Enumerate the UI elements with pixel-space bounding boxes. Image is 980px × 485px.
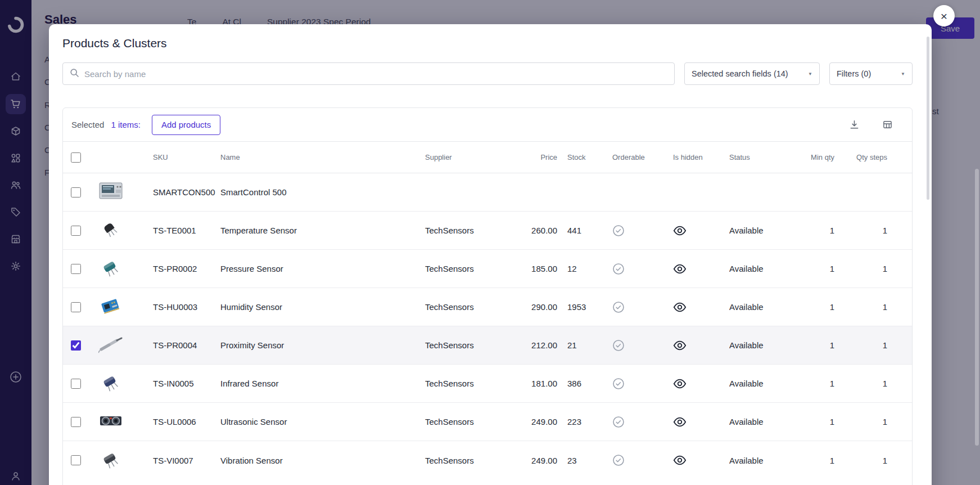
orderable-check-icon <box>608 301 669 313</box>
status-cell: Available <box>729 264 788 273</box>
stock-cell: 12 <box>557 264 608 273</box>
table-row: TS-PR0002 Pressure Sensor TechSensors 18… <box>63 250 912 288</box>
product-thumbnail <box>98 373 123 394</box>
table-header-row: SKU Name Supplier Price Stock Orderable … <box>63 142 912 173</box>
supplier-cell: TechSensors <box>425 456 504 465</box>
selected-label: Selected <box>71 120 104 129</box>
product-thumbnail <box>98 297 123 317</box>
sku-cell: TS-TE0001 <box>153 226 220 235</box>
price-cell: 185.00 <box>504 264 557 273</box>
table-row: TS-TE0001 Temperature Sensor TechSensors… <box>63 212 912 250</box>
search-fields-dropdown[interactable]: Selected search fields (14) ▼ <box>684 62 820 85</box>
row-checkbox[interactable] <box>71 187 81 197</box>
page-scrollbar[interactable] <box>975 169 979 446</box>
name-cell: Ultrasonic Sensor <box>220 417 425 426</box>
table-row: TS-UL0006 Ultrasonic Sensor TechSensors … <box>63 403 912 441</box>
search-box[interactable] <box>62 62 675 85</box>
modal-scrollbar[interactable] <box>927 37 929 200</box>
close-icon[interactable]: × <box>933 5 955 26</box>
is-hidden-eye-icon[interactable] <box>669 417 729 427</box>
is-hidden-eye-icon[interactable] <box>669 340 729 351</box>
qty-steps-cell: 1 <box>834 340 887 350</box>
search-input[interactable] <box>84 69 674 79</box>
orderable-check-icon <box>608 454 669 466</box>
column-header: Supplier <box>425 153 504 161</box>
row-checkbox[interactable] <box>71 302 81 312</box>
qty-steps-cell: 1 <box>834 456 887 465</box>
row-checkbox[interactable] <box>71 226 81 236</box>
search-icon <box>70 68 79 80</box>
filters-dropdown-label: Filters (0) <box>837 69 871 78</box>
sku-cell: TS-VI0007 <box>153 456 220 465</box>
qty-steps-cell: 1 <box>834 264 887 273</box>
qty-steps-cell: 1 <box>834 226 887 235</box>
price-cell: 249.00 <box>504 417 557 426</box>
add-products-button[interactable]: Add products <box>152 115 220 135</box>
table-row: TS-IN0005 Infrared Sensor TechSensors 18… <box>63 365 912 403</box>
min-qty-cell: 1 <box>788 340 834 350</box>
supplier-cell: TechSensors <box>425 340 504 350</box>
product-thumbnail <box>98 450 123 471</box>
orderable-check-icon <box>608 416 669 428</box>
qty-steps-cell: 1 <box>834 302 887 312</box>
products-table: Selected 1 items: Add products SKU Name … <box>62 107 913 485</box>
sku-cell: SMARTCON500 <box>153 187 220 197</box>
orderable-check-icon <box>608 339 669 352</box>
column-header: Is hidden <box>669 153 729 161</box>
price-cell: 212.00 <box>504 340 557 350</box>
product-thumbnail <box>98 220 123 241</box>
sku-cell: TS-UL0006 <box>153 417 220 426</box>
sku-cell: TS-HU0003 <box>153 302 220 312</box>
selected-count: 1 items: <box>111 120 141 129</box>
price-cell: 260.00 <box>504 226 557 235</box>
table-toolbar: Selected 1 items: Add products <box>63 108 912 142</box>
name-cell: SmartControl 500 <box>220 187 425 197</box>
supplier-cell: TechSensors <box>425 302 504 312</box>
stock-cell: 441 <box>557 226 608 235</box>
stock-cell: 386 <box>557 379 608 388</box>
is-hidden-eye-icon[interactable] <box>669 226 729 236</box>
supplier-cell: TechSensors <box>425 226 504 235</box>
search-fields-dropdown-label: Selected search fields (14) <box>692 69 788 78</box>
min-qty-cell: 1 <box>788 226 834 235</box>
row-checkbox[interactable] <box>71 455 81 465</box>
filters-dropdown[interactable]: Filters (0) ▼ <box>829 62 913 85</box>
stock-cell: 21 <box>557 340 608 350</box>
row-checkbox[interactable] <box>71 340 81 351</box>
name-cell: Pressure Sensor <box>220 264 425 273</box>
product-thumbnail <box>98 182 124 203</box>
is-hidden-eye-icon[interactable] <box>669 379 729 389</box>
chevron-down-icon: ▼ <box>808 71 812 77</box>
orderable-check-icon <box>608 224 669 237</box>
stock-cell: 23 <box>557 456 608 465</box>
row-checkbox[interactable] <box>71 264 81 274</box>
select-all-checkbox[interactable] <box>71 152 81 163</box>
table-body: SMARTCON500 SmartControl 500 TS-TE0001 T… <box>63 173 912 479</box>
min-qty-cell: 1 <box>788 379 834 388</box>
table-row: TS-VI0007 Vibration Sensor TechSensors 2… <box>63 441 912 479</box>
status-cell: Available <box>729 417 788 426</box>
min-qty-cell: 1 <box>788 456 834 465</box>
column-header: Min qty <box>788 153 834 161</box>
column-header: Qty steps <box>834 153 887 161</box>
row-checkbox[interactable] <box>71 417 81 427</box>
is-hidden-eye-icon[interactable] <box>669 455 729 465</box>
qty-steps-cell: 1 <box>834 417 887 426</box>
download-icon[interactable] <box>849 119 860 130</box>
modal-title: Products & Clusters <box>62 37 167 50</box>
orderable-check-icon <box>608 263 669 275</box>
column-header: Name <box>220 153 425 161</box>
supplier-cell: TechSensors <box>425 379 504 388</box>
is-hidden-eye-icon[interactable] <box>669 302 729 312</box>
grid-view-icon[interactable] <box>882 119 893 130</box>
name-cell: Humidity Sensor <box>220 302 425 312</box>
min-qty-cell: 1 <box>788 417 834 426</box>
stock-cell: 223 <box>557 417 608 426</box>
name-cell: Proximity Sensor <box>220 340 425 350</box>
table-row: SMARTCON500 SmartControl 500 <box>63 173 912 212</box>
is-hidden-eye-icon[interactable] <box>669 264 729 274</box>
table-row: TS-PR0004 Proximity Sensor TechSensors 2… <box>63 326 912 365</box>
row-checkbox[interactable] <box>71 379 81 389</box>
products-clusters-modal: Products & Clusters Selected search fiel… <box>49 24 932 485</box>
product-thumbnail <box>98 335 125 356</box>
